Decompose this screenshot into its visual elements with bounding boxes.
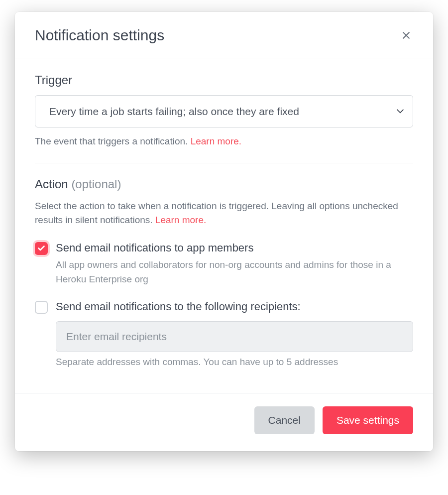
action-label-row: Action (optional) bbox=[35, 177, 413, 191]
notification-settings-dialog: Notification settings Trigger Every time… bbox=[15, 12, 433, 451]
check-icon bbox=[38, 246, 45, 251]
option-app-members: Send email notifications to app members … bbox=[35, 241, 413, 287]
action-learn-more-link[interactable]: Learn more. bbox=[155, 215, 206, 225]
trigger-select[interactable]: Every time a job starts failing; also on… bbox=[35, 95, 413, 127]
save-settings-button[interactable]: Save settings bbox=[323, 406, 413, 434]
dialog-footer: Cancel Save settings bbox=[15, 393, 433, 451]
cancel-button[interactable]: Cancel bbox=[254, 406, 315, 434]
dialog-header: Notification settings bbox=[15, 12, 433, 58]
checkbox-app-members[interactable] bbox=[35, 242, 48, 255]
action-help-text: Select the action to take when a notific… bbox=[35, 201, 398, 226]
recipients-input[interactable] bbox=[56, 321, 413, 352]
option-recipients-label: Send email notifications to the followin… bbox=[56, 299, 413, 314]
trigger-label: Trigger bbox=[35, 73, 413, 87]
dialog-title: Notification settings bbox=[35, 27, 164, 44]
close-button[interactable] bbox=[399, 28, 413, 42]
close-icon bbox=[401, 30, 411, 40]
option-app-members-sub: All app owners and collaborators for non… bbox=[56, 258, 413, 286]
trigger-help: The event that triggers a notification. … bbox=[35, 134, 413, 149]
action-help: Select the action to take when a notific… bbox=[35, 199, 413, 228]
option-recipients-body: Send email notifications to the followin… bbox=[56, 299, 413, 369]
action-section: Action (optional) Select the action to t… bbox=[35, 177, 413, 388]
trigger-section: Trigger Every time a job starts failing;… bbox=[35, 73, 413, 163]
action-label: Action bbox=[35, 177, 71, 191]
checkbox-recipients[interactable] bbox=[35, 301, 48, 314]
option-recipients: Send email notifications to the followin… bbox=[35, 299, 413, 369]
trigger-select-wrap: Every time a job starts failing; also on… bbox=[35, 95, 413, 127]
option-app-members-body: Send email notifications to app members … bbox=[56, 241, 413, 287]
trigger-learn-more-link[interactable]: Learn more. bbox=[191, 136, 241, 146]
dialog-body: Trigger Every time a job starts failing;… bbox=[15, 58, 433, 393]
option-app-members-label: Send email notifications to app members bbox=[56, 241, 413, 255]
trigger-help-text: The event that triggers a notification. bbox=[35, 136, 191, 146]
action-optional: (optional) bbox=[71, 177, 121, 191]
option-recipients-sub: Separate addresses with commas. You can … bbox=[56, 355, 413, 370]
